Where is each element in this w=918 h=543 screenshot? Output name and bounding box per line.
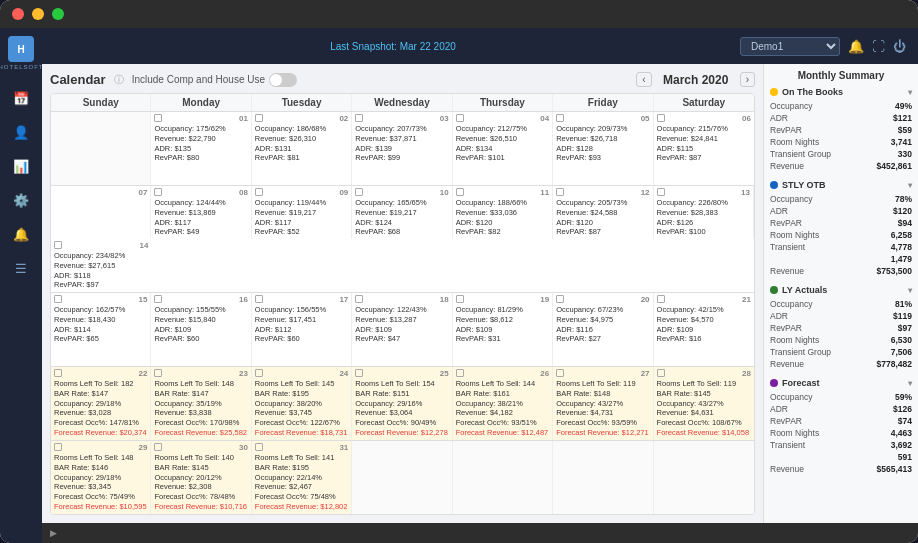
bell-icon[interactable]: 🔔 xyxy=(848,39,864,54)
day-checkbox[interactable] xyxy=(154,114,162,122)
close-button[interactable] xyxy=(12,8,24,20)
cell-line: Rooms Left To Sell: 154 xyxy=(355,379,448,389)
day-cell[interactable]: 16Occupancy: 155/55%Revenue: $15,840ADR:… xyxy=(151,293,251,366)
day-checkbox[interactable] xyxy=(456,188,464,196)
day-cell[interactable]: 02Occupancy: 186/68%Revenue: $26,310ADR:… xyxy=(252,112,352,185)
sidebar-item-list[interactable]: ☰ xyxy=(7,254,35,282)
day-cell[interactable]: 03Occupancy: 207/73%Revenue: $37,871ADR:… xyxy=(352,112,452,185)
cell-line: RevPAR: $16 xyxy=(657,334,751,344)
day-checkbox[interactable] xyxy=(355,369,363,377)
day-cell[interactable]: 08Occupancy: 124/44%Revenue: $13,869ADR:… xyxy=(151,186,251,239)
day-cell[interactable]: 12Occupancy: 205/73%Revenue: $24,588ADR:… xyxy=(553,186,653,239)
section-header-stly_otb[interactable]: STLY OTB▾ xyxy=(770,180,912,190)
day-cell[interactable]: 06Occupancy: 215/76%Revenue: $24,841ADR:… xyxy=(654,112,754,185)
sidebar-item-calendar[interactable]: 📅 xyxy=(7,84,35,112)
day-cell[interactable]: 25Rooms Left To Sell: 154BAR Rate: $151O… xyxy=(352,367,452,440)
day-cell[interactable]: 27Rooms Left To Sell: 119BAR Rate: $148O… xyxy=(553,367,653,440)
sidebar-item-users[interactable]: 👤 xyxy=(7,118,35,146)
day-checkbox[interactable] xyxy=(54,443,62,451)
day-cell[interactable] xyxy=(553,441,653,514)
day-cell[interactable] xyxy=(654,441,754,514)
day-checkbox[interactable] xyxy=(456,369,464,377)
day-checkbox[interactable] xyxy=(154,295,162,303)
day-cell[interactable]: 14Occupancy: 234/82%Revenue: $27,615ADR:… xyxy=(51,239,151,292)
day-checkbox[interactable] xyxy=(255,443,263,451)
day-checkbox[interactable] xyxy=(657,369,665,377)
cell-line: Occupancy: 67/23% xyxy=(556,305,649,315)
next-month-button[interactable]: › xyxy=(740,72,755,87)
section-header-ly_actuals[interactable]: LY Actuals▾ xyxy=(770,285,912,295)
day-checkbox[interactable] xyxy=(556,295,564,303)
day-cell[interactable]: 21Occupancy: 42/15%Revenue: $4,570ADR: $… xyxy=(654,293,754,366)
day-cell[interactable] xyxy=(453,441,553,514)
day-checkbox[interactable] xyxy=(355,188,363,196)
day-cell[interactable]: 13Occupancy: 226/80%Revenue: $28,383ADR:… xyxy=(654,186,754,239)
sidebar-item-settings[interactable]: ⚙️ xyxy=(7,186,35,214)
day-checkbox[interactable] xyxy=(255,114,263,122)
maximize-button[interactable] xyxy=(52,8,64,20)
day-cell[interactable]: 28Rooms Left To Sell: 119BAR Rate: $145O… xyxy=(654,367,754,440)
sidebar-item-notifications[interactable]: 🔔 xyxy=(7,220,35,248)
day-checkbox[interactable] xyxy=(556,188,564,196)
day-checkbox[interactable] xyxy=(355,114,363,122)
day-cell[interactable]: 24Rooms Left To Sell: 145BAR Rate: $195O… xyxy=(252,367,352,440)
cell-line: ADR: $109 xyxy=(456,325,549,335)
day-checkbox[interactable] xyxy=(255,369,263,377)
cell-line: Rooms Left To Sell: 144 xyxy=(456,379,549,389)
day-cell[interactable]: 19Occupancy: 81/29%Revenue: $8,612ADR: $… xyxy=(453,293,553,366)
metric-label: Revenue xyxy=(770,161,804,171)
day-cell[interactable]: 11Occupancy: 188/66%Revenue: $33,036ADR:… xyxy=(453,186,553,239)
comp-toggle[interactable] xyxy=(269,73,297,87)
day-cell[interactable] xyxy=(352,441,452,514)
cell-line: Rooms Left To Sell: 140 xyxy=(154,453,247,463)
day-cell[interactable]: 05Occupancy: 209/73%Revenue: $26,718ADR:… xyxy=(553,112,653,185)
day-checkbox[interactable] xyxy=(355,295,363,303)
chevron-icon: ▾ xyxy=(908,379,912,388)
day-checkbox[interactable] xyxy=(54,295,62,303)
day-checkbox[interactable] xyxy=(456,295,464,303)
day-cell[interactable]: 09Occupancy: 119/44%Revenue: $19,217ADR:… xyxy=(252,186,352,239)
day-cell[interactable]: 22Rooms Left To Sell: 182BAR Rate: $147O… xyxy=(51,367,151,440)
metric-row: Revenue$452,861 xyxy=(770,160,912,172)
day-checkbox[interactable] xyxy=(556,114,564,122)
day-cell[interactable]: 31Rooms Left To Sell: 141BAR Rate: $195O… xyxy=(252,441,352,514)
day-checkbox[interactable] xyxy=(154,369,162,377)
day-checkbox[interactable] xyxy=(255,188,263,196)
day-header-sun: Sunday xyxy=(51,94,151,111)
minimize-button[interactable] xyxy=(32,8,44,20)
day-checkbox[interactable] xyxy=(556,369,564,377)
day-cell[interactable]: 01Occupancy: 175/62%Revenue: $22,790ADR:… xyxy=(151,112,251,185)
sidebar-item-reports[interactable]: 📊 xyxy=(7,152,35,180)
day-cell[interactable]: 17Occupancy: 156/55%Revenue: $17,451ADR:… xyxy=(252,293,352,366)
day-cell[interactable]: 29Rooms Left To Sell: 148BAR Rate: $146O… xyxy=(51,441,151,514)
day-cell[interactable]: 07 xyxy=(51,186,151,239)
day-cell[interactable] xyxy=(51,112,151,185)
week-row-3: 22Rooms Left To Sell: 182BAR Rate: $147O… xyxy=(51,367,754,441)
day-checkbox[interactable] xyxy=(456,114,464,122)
day-cell[interactable]: 10Occupancy: 165/65%Revenue: $19,217ADR:… xyxy=(352,186,452,239)
day-checkbox[interactable] xyxy=(154,188,162,196)
day-checkbox[interactable] xyxy=(657,114,665,122)
day-checkbox[interactable] xyxy=(255,295,263,303)
day-checkbox[interactable] xyxy=(154,443,162,451)
demo-select[interactable]: Demo1 xyxy=(740,37,840,56)
section-header-on_the_books[interactable]: On The Books▾ xyxy=(770,87,912,97)
expand-icon[interactable]: ⛶ xyxy=(872,39,885,54)
day-checkbox[interactable] xyxy=(54,369,62,377)
day-checkbox[interactable] xyxy=(657,295,665,303)
day-cell[interactable]: 23Rooms Left To Sell: 148BAR Rate: $147O… xyxy=(151,367,251,440)
cell-line: Forecast Occ%: 90/49% xyxy=(355,418,448,428)
day-cell[interactable]: 26Rooms Left To Sell: 144BAR Rate: $161O… xyxy=(453,367,553,440)
day-checkbox[interactable] xyxy=(54,241,62,249)
day-cell[interactable]: 04Occupancy: 212/75%Revenue: $26,510ADR:… xyxy=(453,112,553,185)
day-cell[interactable]: 15Occupancy: 162/57%Revenue: $18,430ADR:… xyxy=(51,293,151,366)
prev-month-button[interactable]: ‹ xyxy=(636,72,651,87)
day-cell[interactable]: 18Occupancy: 122/43%Revenue: $13,287ADR:… xyxy=(352,293,452,366)
section-header-forecast[interactable]: Forecast▾ xyxy=(770,378,912,388)
day-checkbox[interactable] xyxy=(657,188,665,196)
metric-label: Room Nights xyxy=(770,230,819,240)
cell-line: Rooms Left To Sell: 182 xyxy=(54,379,147,389)
day-cell[interactable]: 20Occupancy: 67/23%Revenue: $4,975ADR: $… xyxy=(553,293,653,366)
power-icon[interactable]: ⏻ xyxy=(893,39,906,54)
day-cell[interactable]: 30Rooms Left To Sell: 140BAR Rate: $145O… xyxy=(151,441,251,514)
